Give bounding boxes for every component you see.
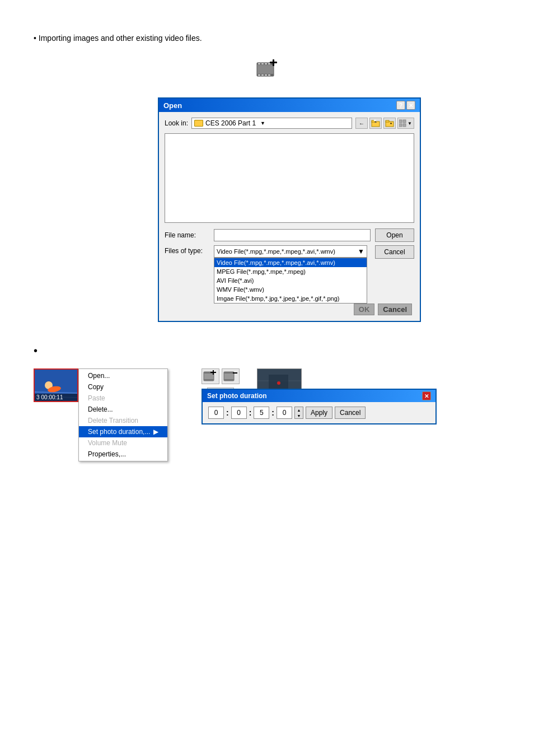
file-type-dropdown: Video File(*.mpg,*.mpe,*.mpeg,*.avi,*.wm… bbox=[214, 258, 367, 304]
svg-rect-6 bbox=[268, 63, 270, 64]
cancel-overlap-btn[interactable]: Cancel bbox=[378, 304, 412, 315]
svg-rect-4 bbox=[261, 63, 264, 64]
svg-rect-38 bbox=[233, 372, 237, 374]
svg-text:▼: ▼ bbox=[407, 121, 412, 126]
close-button[interactable]: ✕ bbox=[406, 101, 415, 110]
svg-rect-3 bbox=[258, 63, 260, 64]
remove-clip-btn-icon bbox=[223, 370, 238, 382]
help-button[interactable]: ? bbox=[396, 101, 405, 110]
back-button[interactable]: ← bbox=[355, 118, 368, 129]
svg-rect-23 bbox=[403, 124, 406, 127]
ctx-properties[interactable]: Properties,... bbox=[79, 449, 167, 460]
bullet1-text: • Importing images and other existing vi… bbox=[34, 34, 500, 43]
ctx-paste: Paste bbox=[79, 393, 167, 404]
open-dialog: Open ? ✕ Look in: CES 2006 P bbox=[158, 97, 421, 322]
spd-colon2: : bbox=[249, 408, 252, 417]
svg-rect-9 bbox=[265, 74, 267, 76]
look-in-combo[interactable]: CES 2006 Part 1 ▼ bbox=[191, 118, 352, 129]
ok-overlap-btn[interactable]: OK bbox=[354, 304, 375, 315]
spd-titlebar: Set photo duration ✕ bbox=[203, 390, 435, 402]
svg-rect-36 bbox=[224, 372, 234, 374]
svg-rect-7 bbox=[258, 74, 260, 76]
file-type-arrow: ▼ bbox=[358, 248, 364, 255]
context-menu: Open... Copy Paste Delete... Delete Tran… bbox=[78, 368, 168, 461]
section2: • bbox=[34, 344, 500, 424]
cancel-button[interactable]: Cancel bbox=[375, 245, 414, 259]
bullet1-dot: • bbox=[34, 34, 36, 43]
file-type-row: Files of type: Video File(*.mpg,*.mpe,*.… bbox=[165, 245, 414, 259]
ok-cancel-overlap: OK Cancel bbox=[165, 304, 414, 315]
new-folder-icon: * bbox=[385, 119, 394, 127]
open-dialog-titlebar: Open ? ✕ bbox=[159, 99, 420, 112]
file-name-row: File name: Open bbox=[165, 228, 414, 242]
svg-rect-15 bbox=[374, 120, 376, 121]
svg-rect-8 bbox=[261, 74, 264, 76]
clip-number: 3 bbox=[36, 394, 40, 400]
titlebar-buttons: ? ✕ bbox=[396, 101, 415, 110]
spd-close-btn[interactable]: ✕ bbox=[422, 391, 431, 400]
svg-rect-20 bbox=[399, 120, 402, 123]
spd-spinner: ▲ ▼ bbox=[294, 407, 303, 419]
files-of-type-label: Files of type: bbox=[165, 245, 209, 255]
spd-minutes-input[interactable]: 0 bbox=[231, 407, 247, 419]
spd-apply-btn[interactable]: Apply bbox=[306, 407, 332, 419]
file-type-combo-container: Video File(*.mpg,*.mpe,*.mpeg,*.avi,*.wm… bbox=[214, 245, 367, 258]
spd-colon1: : bbox=[226, 408, 229, 417]
svg-rect-32 bbox=[204, 379, 214, 381]
svg-rect-10 bbox=[268, 74, 270, 76]
dropdown-item-2[interactable]: AVI File(*.avi) bbox=[214, 276, 367, 285]
bullet2-text: • bbox=[34, 344, 500, 357]
file-type-combo[interactable]: Video File(*.mpg,*.mpe,*.mpeg,*.avi,*.wm… bbox=[214, 245, 367, 258]
new-folder-button[interactable]: * bbox=[383, 118, 396, 129]
ctx-set-photo-duration[interactable]: Set photo duration,... ▶ bbox=[79, 426, 167, 437]
spd-title: Set photo duration bbox=[207, 392, 267, 400]
svg-rect-34 bbox=[210, 372, 216, 373]
ctx-volume-mute: Volume Mute bbox=[79, 437, 167, 449]
open-dialog-title: Open bbox=[163, 101, 182, 110]
up-folder-button[interactable] bbox=[369, 118, 382, 129]
dropdown-item-4[interactable]: Imgae File(*.bmp,*.jpg,*.jpeg,*.jpe,*.gi… bbox=[214, 294, 367, 303]
svg-rect-5 bbox=[265, 63, 267, 64]
spd-cancel-btn[interactable]: Cancel bbox=[335, 407, 366, 419]
folder-icon bbox=[194, 120, 203, 127]
combo-arrow-icon: ▼ bbox=[260, 120, 265, 126]
look-in-label: Look in: bbox=[165, 119, 188, 127]
look-in-row: Look in: CES 2006 Part 1 ▼ ← bbox=[165, 118, 414, 129]
dropdown-item-0[interactable]: Video File(*.mpg,*.mpe,*.mpeg,*.avi,*.wm… bbox=[214, 258, 367, 267]
dialog-toolbar: ← bbox=[355, 118, 414, 129]
import-icon-area bbox=[34, 59, 500, 81]
clip-context-wrapper: 3 00:00:11 Open... Copy Paste Delete... … bbox=[34, 368, 190, 402]
add-clip-button[interactable] bbox=[202, 368, 219, 384]
ctx-copy[interactable]: Copy bbox=[79, 381, 167, 393]
ctx-delete[interactable]: Delete... bbox=[79, 404, 167, 415]
file-name-input[interactable] bbox=[214, 229, 371, 241]
spd-frames-input[interactable]: 0 bbox=[277, 407, 292, 419]
spd-spin-down[interactable]: ▼ bbox=[295, 413, 303, 418]
toolbar-row-1 bbox=[202, 368, 240, 384]
svg-rect-21 bbox=[403, 120, 406, 123]
view-icon: ▼ bbox=[399, 119, 413, 127]
view-button[interactable]: ▼ bbox=[397, 118, 414, 129]
svg-rect-37 bbox=[224, 379, 234, 381]
look-in-value: CES 2006 Part 1 bbox=[205, 119, 256, 127]
spd-hours-input[interactable]: 0 bbox=[208, 407, 224, 419]
remove-clip-button[interactable] bbox=[222, 368, 240, 384]
svg-rect-12 bbox=[270, 62, 277, 63]
add-clip-btn-icon bbox=[203, 370, 218, 382]
spd-colon3: : bbox=[271, 408, 274, 417]
clip-thumbnail: 3 00:00:11 bbox=[34, 368, 78, 402]
open-button[interactable]: Open bbox=[375, 228, 414, 242]
open-dialog-container: Open ? ✕ Look in: CES 2006 P bbox=[78, 97, 500, 322]
spd-spin-up[interactable]: ▲ bbox=[295, 407, 303, 413]
up-folder-icon bbox=[371, 119, 380, 127]
set-photo-dialog: Set photo duration ✕ 0 : 0 : 5 : 0 ▲ ▼ bbox=[202, 389, 437, 424]
file-name-label: File name: bbox=[165, 231, 209, 239]
ctx-open[interactable]: Open... bbox=[79, 370, 167, 381]
spd-body: 0 : 0 : 5 : 0 ▲ ▼ Apply Cancel bbox=[203, 402, 435, 423]
add-clip-svg bbox=[255, 59, 279, 81]
dropdown-item-3[interactable]: WMV File(*.wmv) bbox=[214, 285, 367, 294]
dropdown-item-1[interactable]: MPEG File(*.mpg,*.mpe,*.mpeg) bbox=[214, 267, 367, 276]
add-clip-icon[interactable] bbox=[255, 59, 279, 81]
spd-seconds-input[interactable]: 5 bbox=[254, 407, 269, 419]
svg-rect-22 bbox=[399, 124, 402, 127]
